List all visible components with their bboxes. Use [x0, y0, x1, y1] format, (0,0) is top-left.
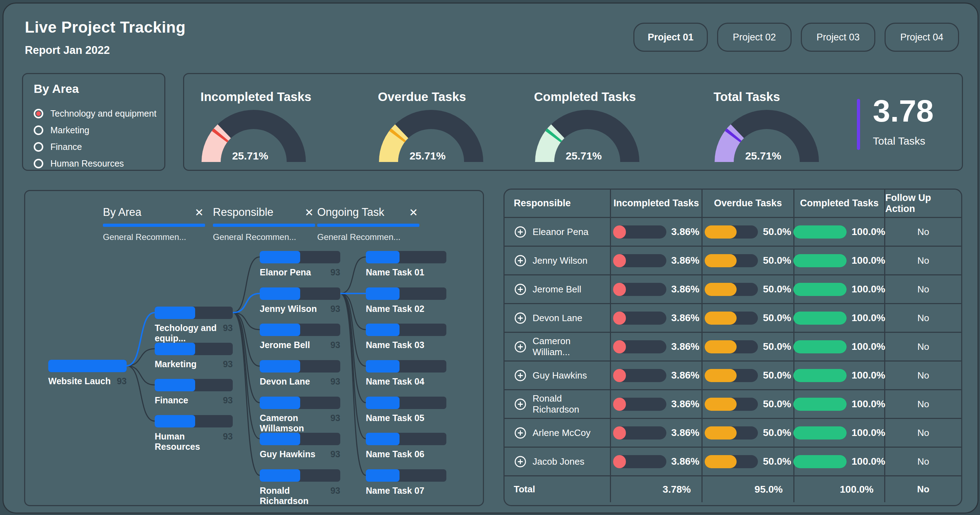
metric-cell-incompleted: 3.86%: [611, 390, 703, 419]
tree-node-bar[interactable]: [260, 323, 340, 336]
table-row-name: Eleanor Pena: [504, 218, 611, 247]
tree-node-name-task-02: Name Task 02: [366, 287, 446, 314]
table-row-name: Jerome Bell: [504, 276, 611, 304]
tree-node-bar[interactable]: [48, 360, 127, 372]
tree-node-cameron-willamson: Cameron Willamson93: [260, 397, 340, 434]
metric-cell-completed: 100.0%: [794, 448, 885, 476]
progress-pill-overdue: [705, 312, 758, 325]
tree-node-bar[interactable]: [366, 251, 446, 263]
progress-pill-overdue: [705, 340, 758, 353]
tree-node-bar[interactable]: [155, 307, 233, 319]
expand-icon[interactable]: [514, 225, 527, 239]
radio-icon[interactable]: [34, 159, 43, 168]
tree-header-underline: [103, 223, 205, 227]
tree-node-value: 93: [330, 486, 340, 506]
metric-cell-completed: 100.0%: [794, 304, 885, 333]
expand-icon[interactable]: [514, 312, 527, 325]
area-option-finance[interactable]: Finance: [34, 139, 159, 155]
project-button-project-02[interactable]: Project 02: [717, 23, 792, 52]
tree-node-bar[interactable]: [155, 415, 233, 428]
table-row-name: Jacob Jones: [504, 448, 611, 476]
project-button-project-03[interactable]: Project 03: [801, 23, 875, 52]
tree-header-ongoing-task: Ongoing Task✕General Recommen...: [317, 206, 419, 242]
tree-header-label: Responsible: [213, 206, 303, 219]
metric-value: 50.0%: [763, 456, 791, 467]
metric-value: 100.0%: [851, 284, 885, 295]
tree-node-bar[interactable]: [260, 360, 340, 372]
dashboard-canvas: Live Project Tracking Report Jan 2022 Pr…: [3, 3, 978, 513]
metric-cell-incompleted: 3.86%: [611, 448, 703, 476]
metric-value: 50.0%: [763, 341, 791, 352]
tree-node-bar[interactable]: [260, 433, 340, 445]
metric-cell-completed: 100.0%: [794, 276, 885, 304]
kpi-accent-bar: [857, 99, 860, 150]
gauge-title: Overdue Tasks: [378, 90, 495, 104]
project-button-project-01[interactable]: Project 01: [633, 23, 708, 52]
metric-cell-incompleted: 3.86%: [611, 419, 703, 448]
metric-cell-incompleted: 3.86%: [611, 218, 703, 247]
responsible-name: Arlene McCoy: [533, 428, 590, 439]
tree-node-bar[interactable]: [155, 343, 233, 355]
details-table: ResponsibleIncompleted TasksOverdue Task…: [504, 190, 961, 502]
responsible-name: Eleanor Pena: [533, 227, 589, 238]
metric-value: 100.0%: [851, 312, 885, 323]
radio-icon[interactable]: [34, 125, 43, 135]
tree-node-label: Name Task 05: [366, 413, 424, 423]
metric-value: 50.0%: [763, 255, 791, 266]
tree-node-bar[interactable]: [260, 287, 340, 300]
metric-cell-incompleted: 3.86%: [611, 361, 703, 390]
expand-icon[interactable]: [514, 398, 527, 411]
metric-value: 3.86%: [671, 312, 699, 323]
column-header-responsible: Responsible: [504, 190, 611, 218]
tree-node-label: Devon Lane: [260, 376, 310, 387]
tree-node-bar[interactable]: [260, 251, 340, 263]
gauge-title: Incompleted Tasks: [200, 90, 318, 104]
tree-node-label: Name Task 03: [366, 340, 424, 350]
tree-node-bar[interactable]: [366, 323, 446, 336]
tree-node-label: Elanor Pena: [260, 267, 311, 277]
tree-node-name-task-04: Name Task 04: [366, 360, 446, 387]
metric-value: 100.0%: [851, 226, 885, 238]
expand-icon[interactable]: [514, 340, 527, 353]
expand-icon[interactable]: [514, 369, 527, 382]
close-icon[interactable]: ✕: [193, 206, 205, 219]
expand-icon[interactable]: [514, 283, 527, 296]
close-icon[interactable]: ✕: [408, 206, 419, 219]
tree-node-human-resources: Human Resources93: [155, 415, 233, 452]
total-follow-up: No: [885, 476, 961, 502]
column-header-incompleted-tasks: Incompleted Tasks: [611, 190, 703, 218]
tree-node-guy-hawkins: Guy Hawkins93: [260, 433, 340, 460]
metric-value: 100.0%: [851, 456, 885, 467]
area-option-marketing[interactable]: Marketing: [34, 122, 159, 139]
tree-node-jerome-bell: Jerome Bell93: [260, 323, 340, 350]
close-icon[interactable]: ✕: [303, 206, 315, 219]
area-option-technology-and-equipment[interactable]: Technology and equipment: [34, 105, 159, 122]
responsible-name: Jenny Wilson: [533, 255, 587, 266]
tree-node-bar[interactable]: [366, 287, 446, 300]
radio-icon[interactable]: [34, 142, 43, 152]
tree-node-bar[interactable]: [366, 469, 446, 482]
area-option-human-resources[interactable]: Human Resources: [34, 155, 159, 172]
tree-node-bar[interactable]: [155, 379, 233, 391]
progress-pill-incompleted: [613, 426, 667, 439]
radio-icon[interactable]: [34, 109, 43, 118]
tree-node-bar[interactable]: [366, 360, 446, 372]
tree-node-bar[interactable]: [260, 397, 340, 409]
progress-pill-incompleted: [613, 225, 667, 239]
tree-node-bar[interactable]: [260, 469, 340, 482]
follow-up-cell: No: [885, 390, 961, 419]
expand-icon[interactable]: [514, 455, 527, 468]
progress-pill-completed: [793, 369, 846, 382]
metric-value: 100.0%: [851, 341, 885, 352]
tree-node-label: Name Task 04: [366, 376, 424, 387]
tree-node-bar[interactable]: [366, 433, 446, 445]
expand-icon[interactable]: [514, 254, 527, 267]
metric-value: 50.0%: [763, 370, 791, 381]
total-label: Total: [504, 476, 611, 502]
gauge-arc: 25.71%: [534, 109, 640, 162]
tree-node-bar[interactable]: [366, 397, 446, 409]
metric-value: 3.86%: [671, 398, 699, 410]
expand-icon[interactable]: [514, 426, 527, 439]
project-button-project-04[interactable]: Project 04: [885, 23, 959, 52]
tree-header-by-area: By Area✕General Recommen...: [103, 206, 205, 242]
